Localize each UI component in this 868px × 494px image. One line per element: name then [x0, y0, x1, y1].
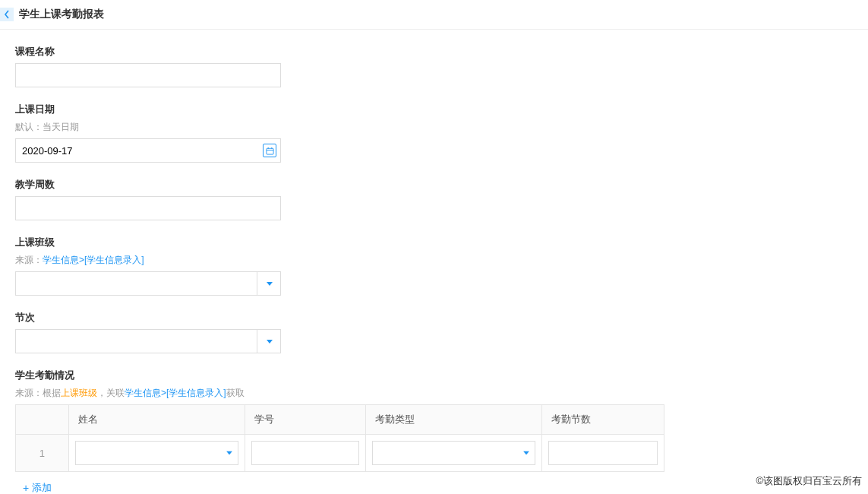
add-row-button[interactable]: + 添加 [23, 481, 52, 494]
attendance-hint: 来源：根据上课班级，关联学生信息>[学生信息录入]获取 [15, 387, 853, 400]
hint-link[interactable]: 学生信息>[学生信息录入] [43, 255, 144, 265]
row-name-select[interactable] [75, 441, 238, 465]
period-select[interactable] [15, 329, 281, 353]
week-number-label: 教学周数 [15, 178, 853, 192]
calendar-icon[interactable] [263, 144, 276, 157]
table-row: 1 [16, 435, 664, 471]
row-count-input[interactable] [548, 441, 658, 465]
hint-mid: ，关联 [97, 388, 125, 398]
attendance-label: 学生考勤情况 [15, 369, 853, 382]
back-button[interactable] [0, 8, 14, 21]
week-number-input[interactable] [15, 196, 281, 220]
class-date-label: 上课日期 [15, 103, 853, 116]
hint-prefix: 来源：根据 [15, 388, 61, 398]
class-group-hint: 来源：学生信息>[学生信息录入] [15, 254, 853, 267]
class-date-hint: 默认：当天日期 [15, 121, 853, 134]
hint-link[interactable]: 学生信息>[学生信息录入] [125, 388, 226, 398]
add-row-label: 添加 [32, 481, 52, 494]
period-label: 节次 [15, 311, 853, 325]
hint-suffix: 获取 [226, 388, 245, 398]
course-name-input[interactable] [15, 63, 281, 87]
svg-rect-0 [266, 148, 273, 154]
plus-icon: + [23, 482, 29, 494]
table-header: 姓名 学号 考勤类型 考勤节数 [16, 405, 664, 435]
row-index: 1 [16, 435, 69, 471]
class-date-input[interactable] [15, 138, 281, 163]
row-number-input[interactable] [251, 441, 360, 465]
copyright: ©该图版权归百宝云所有 [756, 474, 862, 488]
class-group-label: 上课班级 [15, 236, 853, 249]
attendance-table: 姓名 学号 考勤类型 考勤节数 1 [15, 404, 664, 472]
col-count-header: 考勤节数 [542, 405, 664, 434]
row-type-select[interactable] [372, 441, 535, 465]
page-title: 学生上课考勤报表 [19, 8, 104, 21]
hint-prefix: 来源： [15, 255, 43, 265]
hint-orange: 上课班级 [61, 388, 97, 398]
class-group-select[interactable] [15, 271, 281, 296]
col-name-header: 姓名 [69, 405, 245, 434]
col-number-header: 学号 [245, 405, 367, 434]
col-index-header [16, 405, 69, 434]
col-type-header: 考勤类型 [366, 405, 542, 434]
course-name-label: 课程名称 [15, 45, 853, 59]
